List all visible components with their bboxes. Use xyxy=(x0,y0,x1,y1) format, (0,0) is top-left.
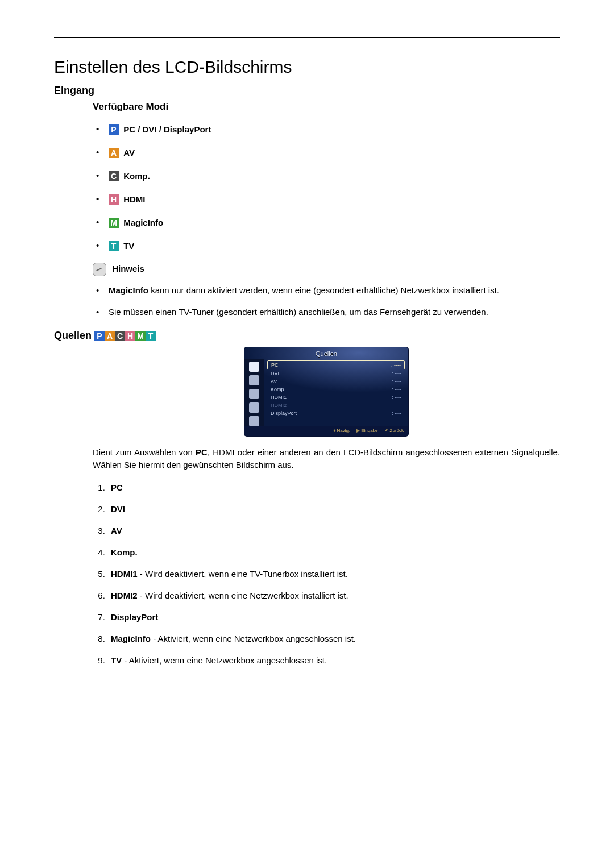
num-rest: - Aktiviert, wenn eine Netzwerkbox anges… xyxy=(122,655,327,665)
osd-row-val: : ---- xyxy=(392,410,401,416)
mode-item: M MagicInfo xyxy=(93,216,560,229)
badge-t-icon: T xyxy=(146,331,156,341)
num-rest: - Wird deaktiviert, wenn eine TV-Tunerbo… xyxy=(138,569,348,579)
mode-item: T TV xyxy=(93,239,560,252)
quellen-paragraph: Dient zum Auswählen von PC, HDMI oder ei… xyxy=(93,446,560,471)
osd-row-name: Komp. xyxy=(271,387,285,392)
num-item: MagicInfo - Aktiviert, wenn eine Netzwer… xyxy=(107,633,560,645)
hinweis-heading: Hinweis xyxy=(93,263,560,276)
mode-item: H HDMI xyxy=(93,193,560,206)
osd-row-val: : ---- xyxy=(392,371,401,376)
hinweis-1-rest: kann nur dann aktiviert werden, wenn ein… xyxy=(148,285,499,295)
top-rule xyxy=(54,37,560,38)
mode-label: AV xyxy=(123,148,135,157)
osd-row-val: : ---- xyxy=(392,387,401,392)
num-item: AV xyxy=(107,525,560,537)
hinweis-item-1: MagicInfo kann nur dann aktiviert werden… xyxy=(93,284,560,297)
num-strong: HDMI1 xyxy=(111,569,138,579)
hinweis-1-strong: MagicInfo xyxy=(109,285,148,295)
mode-badge-icon: P xyxy=(109,124,119,135)
mode-item: P PC / DVI / DisplayPort xyxy=(93,123,560,136)
section-quellen: Quellen PACHMT xyxy=(54,330,560,342)
osd-list: PC: ----DVI: ----AV: ----Komp.: ----HDMI… xyxy=(264,359,408,426)
osd-row-name: HDMI2 xyxy=(271,402,287,408)
osd-side-icon xyxy=(249,375,259,385)
mode-item: C Komp. xyxy=(93,169,560,182)
mode-badge-icon: A xyxy=(109,148,119,158)
osd-row: HDMI1: ---- xyxy=(267,393,405,401)
osd-side-icon xyxy=(249,362,259,372)
quellen-block: Quellen PC: ----DVI: ----AV: ----Komp.: … xyxy=(93,347,560,667)
num-rest: - Wird deaktiviert, wenn eine Netzwerkbo… xyxy=(138,591,349,600)
mode-label: HDMI xyxy=(123,194,145,204)
quellen-label: Quellen xyxy=(54,330,92,341)
osd-row: AV: ---- xyxy=(267,377,405,385)
num-strong: Komp. xyxy=(111,547,138,557)
osd-foot-enter: ▶Eingabe xyxy=(356,428,377,433)
osd-side-icon xyxy=(249,416,259,426)
hinweis-label: Hinweis xyxy=(112,264,144,273)
page: Einstellen des LCD-Bildschirms Eingang V… xyxy=(0,0,614,707)
num-strong: HDMI2 xyxy=(111,591,138,600)
osd-row: HDMI2 xyxy=(267,401,405,409)
osd-row: DVI: ---- xyxy=(267,369,405,377)
osd-sidebar xyxy=(244,359,264,426)
osd-foot-nav: ♦Navig. xyxy=(333,428,350,433)
num-strong: TV xyxy=(111,655,122,665)
badge-c-icon: C xyxy=(115,331,125,341)
para-pc: PC xyxy=(196,447,208,457)
mode-badge-icon: T xyxy=(109,241,119,251)
hinweis-item-2: Sie müssen einen TV-Tuner (gesondert erh… xyxy=(93,306,560,318)
note-icon xyxy=(93,263,106,276)
osd-row-name: HDMI1 xyxy=(271,394,287,400)
osd-row-val: : ---- xyxy=(392,379,401,384)
mode-item: A AV xyxy=(93,146,560,159)
osd-side-icon xyxy=(249,389,259,399)
osd-row: PC: ---- xyxy=(267,360,405,369)
osd-row-name: DisplayPort xyxy=(271,410,297,416)
badge-h-icon: H xyxy=(125,331,135,341)
osd-row: DisplayPort: ---- xyxy=(267,409,405,417)
bottom-rule xyxy=(54,684,560,684)
num-strong: MagicInfo xyxy=(111,634,151,643)
mode-badge-icon: C xyxy=(109,171,119,181)
osd-panel: Quellen PC: ----DVI: ----AV: ----Komp.: … xyxy=(244,347,408,436)
osd-row-val: : ---- xyxy=(392,394,401,400)
numbered-list: PCDVIAVKomp.HDMI1 - Wird deaktiviert, we… xyxy=(93,481,560,667)
mode-label: MagicInfo xyxy=(123,218,163,227)
num-item: TV - Aktiviert, wenn eine Netzwerkbox an… xyxy=(107,654,560,667)
num-item: HDMI2 - Wird deaktiviert, wenn eine Netz… xyxy=(107,589,560,602)
badge-m-icon: M xyxy=(135,331,146,341)
mode-list: P PC / DVI / DisplayPortA AVC Komp.H HDM… xyxy=(93,123,560,252)
mode-label: PC / DVI / DisplayPort xyxy=(123,124,211,134)
section-eingang: Eingang xyxy=(54,85,560,97)
osd-footer: ♦Navig. ▶Eingabe ↶Zurück xyxy=(244,426,408,436)
osd-row-name: PC xyxy=(271,362,279,368)
num-item: DVI xyxy=(107,503,560,516)
hinweis-list: MagicInfo kann nur dann aktiviert werden… xyxy=(93,284,560,318)
num-strong: DVI xyxy=(111,504,125,514)
num-strong: PC xyxy=(111,483,123,492)
badge-p-icon: P xyxy=(94,331,105,341)
sub-modi: Verfügbare Modi xyxy=(93,101,560,113)
osd-body: PC: ----DVI: ----AV: ----Komp.: ----HDMI… xyxy=(244,359,408,426)
osd-title: Quellen xyxy=(244,347,408,359)
num-rest: - Aktiviert, wenn eine Netzwerkbox anges… xyxy=(151,634,356,643)
mode-badge-icon: H xyxy=(109,194,119,205)
num-strong: DisplayPort xyxy=(111,612,158,622)
mode-label: Komp. xyxy=(123,171,150,181)
num-item: Komp. xyxy=(107,546,560,559)
num-strong: AV xyxy=(111,526,122,535)
osd-row-val: : ---- xyxy=(391,362,401,368)
num-item: PC xyxy=(107,481,560,494)
osd-foot-back: ↶Zurück xyxy=(385,428,404,433)
num-item: HDMI1 - Wird deaktiviert, wenn eine TV-T… xyxy=(107,568,560,580)
badge-a-icon: A xyxy=(105,331,115,341)
osd-row-name: AV xyxy=(271,379,277,384)
mode-badge-icon: M xyxy=(109,218,119,228)
num-item: DisplayPort xyxy=(107,611,560,624)
osd-row-name: DVI xyxy=(271,371,279,376)
page-title: Einstellen des LCD-Bildschirms xyxy=(54,57,560,77)
osd-row: Komp.: ---- xyxy=(267,385,405,393)
mode-label: TV xyxy=(123,241,134,251)
